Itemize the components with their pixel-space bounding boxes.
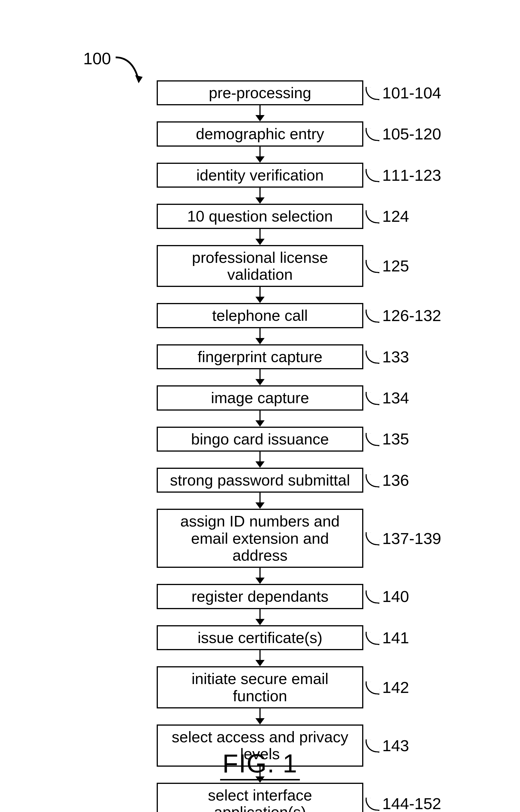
step-label: register dependants bbox=[191, 587, 328, 605]
leader-curve-icon bbox=[365, 735, 382, 756]
step-initiate-secure-email: initiate secure email function 142 bbox=[157, 666, 363, 708]
arrow-down-icon bbox=[255, 493, 265, 509]
step-ref: 137-139 bbox=[365, 528, 441, 548]
step-bingo-card-issuance: bingo card issuance 135 bbox=[157, 427, 363, 452]
leader-curve-icon bbox=[365, 347, 382, 367]
step-ref: 140 bbox=[365, 586, 409, 607]
step-ref: 141 bbox=[365, 628, 409, 648]
step-label: pre-processing bbox=[209, 84, 311, 101]
step-label: fingerprint capture bbox=[198, 348, 322, 365]
step-label: initiate secure email function bbox=[191, 670, 328, 704]
step-label: issue certificate(s) bbox=[198, 629, 322, 646]
step-ref: 124 bbox=[365, 206, 409, 227]
step-label: professional license validation bbox=[192, 249, 328, 283]
arrow-down-icon bbox=[255, 369, 265, 385]
step-ref: 135 bbox=[365, 429, 409, 449]
curved-arrow-icon bbox=[113, 49, 153, 95]
step-label: bingo card issuance bbox=[191, 430, 329, 448]
page: 100 pre-processing 101-104 demographic e… bbox=[0, 0, 520, 812]
step-pre-processing: pre-processing 101-104 bbox=[157, 80, 363, 105]
arrow-down-icon bbox=[255, 609, 265, 625]
arrow-down-icon bbox=[255, 229, 265, 245]
step-label: image capture bbox=[211, 389, 309, 406]
arrow-down-icon bbox=[255, 328, 265, 344]
step-ref: 144-152 bbox=[365, 794, 441, 812]
step-telephone-call: telephone call 126-132 bbox=[157, 303, 363, 328]
svg-marker-0 bbox=[135, 75, 142, 83]
step-ref: 105-120 bbox=[365, 124, 441, 144]
step-ref: 143 bbox=[365, 735, 409, 756]
arrow-down-icon bbox=[255, 568, 265, 584]
step-ref: 126-132 bbox=[365, 306, 441, 326]
arrow-down-icon bbox=[255, 708, 265, 725]
step-professional-license-validation: professional license validation 125 bbox=[157, 245, 363, 287]
step-select-interface-applications: select interface application(s) 144-152 bbox=[157, 783, 363, 812]
arrow-down-icon bbox=[255, 452, 265, 468]
flowchart: pre-processing 101-104 demographic entry… bbox=[157, 80, 363, 812]
step-ref: 142 bbox=[365, 677, 409, 698]
arrow-down-icon bbox=[255, 147, 265, 163]
step-assign-id-numbers: assign ID numbers and email extension an… bbox=[157, 509, 363, 568]
diagram-ref-label: 100 bbox=[83, 49, 153, 95]
leader-curve-icon bbox=[365, 470, 382, 490]
leader-curve-icon bbox=[365, 83, 382, 103]
step-10-question-selection: 10 question selection 124 bbox=[157, 204, 363, 229]
step-ref: 133 bbox=[365, 347, 409, 367]
leader-curve-icon bbox=[365, 165, 382, 185]
step-image-capture: image capture 134 bbox=[157, 385, 363, 410]
step-ref: 136 bbox=[365, 470, 409, 490]
step-label: 10 question selection bbox=[187, 207, 333, 225]
leader-curve-icon bbox=[365, 586, 382, 607]
step-demographic-entry: demographic entry 105-120 bbox=[157, 121, 363, 146]
leader-curve-icon bbox=[365, 429, 382, 449]
step-strong-password-submittal: strong password submittal 136 bbox=[157, 468, 363, 493]
arrow-down-icon bbox=[255, 411, 265, 427]
leader-curve-icon bbox=[365, 256, 382, 276]
leader-curve-icon bbox=[365, 306, 382, 326]
diagram-ref-text: 100 bbox=[83, 49, 111, 68]
step-label: demographic entry bbox=[196, 125, 324, 142]
arrow-down-icon bbox=[255, 105, 265, 121]
arrow-down-icon bbox=[255, 287, 265, 303]
leader-curve-icon bbox=[365, 124, 382, 144]
arrow-down-icon bbox=[255, 650, 265, 666]
step-label: identity verification bbox=[196, 166, 324, 184]
step-identity-verification: identity verification 111-123 bbox=[157, 163, 363, 188]
step-ref: 134 bbox=[365, 388, 409, 408]
leader-curve-icon bbox=[365, 206, 382, 227]
leader-curve-icon bbox=[365, 794, 382, 812]
leader-curve-icon bbox=[365, 528, 382, 548]
leader-curve-icon bbox=[365, 677, 382, 698]
step-ref: 111-123 bbox=[365, 165, 441, 185]
step-label: strong password submittal bbox=[170, 471, 350, 489]
leader-curve-icon bbox=[365, 628, 382, 648]
step-label: select interface application(s) bbox=[208, 786, 312, 812]
figure-title: FIG. 1 bbox=[220, 749, 300, 781]
leader-curve-icon bbox=[365, 388, 382, 408]
step-label: telephone call bbox=[212, 307, 308, 324]
step-register-dependants: register dependants 140 bbox=[157, 584, 363, 609]
arrow-down-icon bbox=[255, 188, 265, 204]
step-issue-certificates: issue certificate(s) 141 bbox=[157, 625, 363, 650]
step-ref: 125 bbox=[365, 256, 409, 276]
step-label: assign ID numbers and email extension an… bbox=[180, 513, 339, 564]
step-fingerprint-capture: fingerprint capture 133 bbox=[157, 344, 363, 369]
step-ref: 101-104 bbox=[365, 83, 441, 103]
